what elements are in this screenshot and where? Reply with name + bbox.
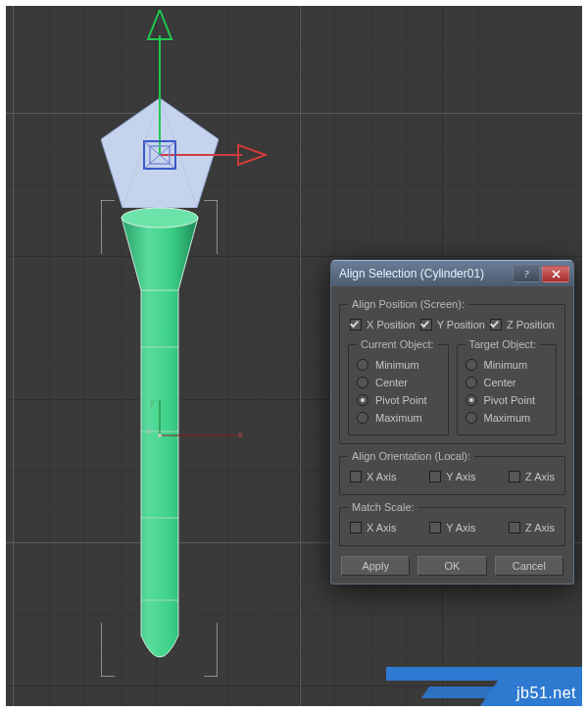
- y-position-checkbox[interactable]: Y Position: [420, 319, 485, 331]
- scale-z-checkbox[interactable]: Z Axis: [509, 522, 555, 534]
- target-center-radio[interactable]: Center: [466, 374, 549, 391]
- current-minimum-radio[interactable]: Minimum: [357, 356, 440, 374]
- checkbox-label: X Axis: [367, 522, 397, 534]
- checkbox-label: X Axis: [367, 471, 397, 483]
- group-label: Align Orientation (Local):: [348, 450, 474, 462]
- align-position-group: Align Position (Screen): X Position Y Po…: [339, 298, 565, 444]
- target-object-group: Target Object: Minimum Center Pivot Poin…: [457, 338, 558, 435]
- svg-point-10: [158, 433, 162, 437]
- svg-marker-14: [238, 145, 266, 165]
- group-label: Align Position (Screen):: [348, 298, 468, 310]
- origin-gizmo: [154, 396, 252, 465]
- current-pivot-radio[interactable]: Pivot Point: [357, 391, 440, 409]
- close-button[interactable]: [542, 266, 569, 282]
- svg-marker-12: [148, 10, 172, 39]
- target-minimum-radio[interactable]: Minimum: [466, 356, 549, 374]
- radio-label: Maximum: [375, 412, 422, 424]
- current-center-radio[interactable]: Center: [357, 374, 440, 391]
- align-selection-dialog[interactable]: Align Selection (Cylinder01) ? Align Pos…: [330, 260, 574, 585]
- close-icon: [552, 270, 561, 279]
- radio-label: Pivot Point: [484, 394, 536, 406]
- radio-label: Center: [375, 377, 408, 388]
- z-position-checkbox[interactable]: Z Position: [490, 319, 555, 331]
- checkbox-label: Z Position: [507, 319, 555, 331]
- svg-point-2: [122, 208, 198, 228]
- checkbox-label: X Position: [367, 319, 416, 331]
- axis-label-z: z: [147, 426, 152, 435]
- group-label: Match Scale:: [348, 501, 418, 513]
- target-pivot-radio[interactable]: Pivot Point: [466, 391, 549, 409]
- radio-label: Minimum: [484, 359, 528, 371]
- checkbox-label: Y Axis: [446, 522, 475, 534]
- checkbox-label: Y Axis: [446, 471, 475, 483]
- current-maximum-radio[interactable]: Maximum: [357, 409, 440, 427]
- dialog-title: Align Selection (Cylinder01): [339, 267, 513, 280]
- orient-y-checkbox[interactable]: Y Axis: [429, 471, 475, 483]
- move-gizmo[interactable]: [130, 10, 268, 177]
- orient-x-checkbox[interactable]: X Axis: [350, 471, 397, 483]
- x-position-checkbox[interactable]: X Position: [350, 319, 416, 331]
- match-scale-group: Match Scale: X Axis Y Axis Z Axis: [339, 501, 565, 546]
- checkbox-label: Y Position: [437, 319, 485, 331]
- group-label: Target Object:: [466, 338, 540, 350]
- checkbox-label: Z Axis: [525, 522, 555, 534]
- radio-label: Pivot Point: [375, 394, 427, 406]
- orient-z-checkbox[interactable]: Z Axis: [509, 471, 555, 483]
- axis-label-x: x: [238, 430, 243, 439]
- radio-label: Maximum: [484, 412, 531, 424]
- apply-button[interactable]: Apply: [341, 556, 410, 576]
- radio-label: Center: [484, 377, 516, 388]
- scale-y-checkbox[interactable]: Y Axis: [429, 522, 475, 534]
- radio-label: Minimum: [375, 359, 419, 371]
- titlebar[interactable]: Align Selection (Cylinder01) ?: [331, 261, 573, 286]
- ok-button[interactable]: OK: [417, 556, 486, 576]
- target-maximum-radio[interactable]: Maximum: [466, 409, 549, 427]
- axis-label-y: y: [150, 397, 155, 407]
- checkbox-label: Z Axis: [525, 471, 555, 483]
- help-button[interactable]: ?: [513, 266, 540, 282]
- group-label: Current Object:: [357, 338, 438, 350]
- current-object-group: Current Object: Minimum Center Pivot Poi…: [348, 338, 449, 435]
- align-orientation-group: Align Orientation (Local): X Axis Y Axis…: [339, 450, 565, 495]
- cancel-button[interactable]: Cancel: [495, 556, 564, 576]
- scale-x-checkbox[interactable]: X Axis: [350, 522, 397, 534]
